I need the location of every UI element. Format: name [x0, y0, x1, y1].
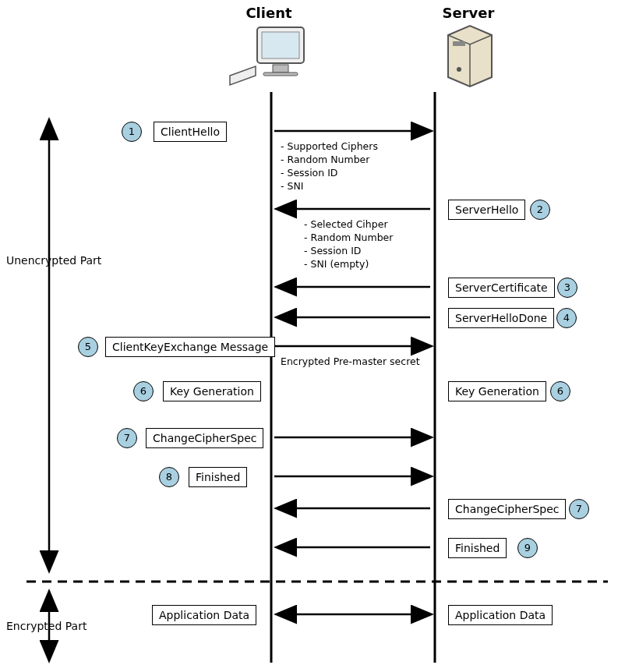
step-7-client-box: ChangeCipherSpec	[146, 428, 263, 448]
svg-rect-3	[263, 73, 298, 76]
step-9-label: Finished	[455, 542, 500, 554]
step-6-client-label: Key Generation	[170, 385, 254, 398]
step-7-server-number: 7	[569, 499, 589, 519]
step-9-box: Finished	[448, 538, 507, 558]
tls-handshake-diagram: Client Server	[0, 0, 625, 672]
step-5-details: Encrypted Pre-master secret	[281, 355, 420, 369]
client-computer-icon	[230, 27, 304, 85]
step-5-label: ClientKeyExchange Message	[112, 341, 268, 353]
unencrypted-part-label: Unencrypted Part	[6, 254, 101, 267]
step-6-server-number: 6	[550, 381, 570, 401]
step-1-number: 1	[122, 122, 142, 142]
step-3-label: ServerCertificate	[455, 281, 548, 294]
step-2-label: ServerHello	[455, 203, 518, 216]
step-8-label: Finished	[196, 471, 240, 483]
step-3-number: 3	[557, 278, 577, 298]
server-tower-icon	[448, 26, 492, 87]
encrypted-part-label: Encrypted Part	[6, 620, 87, 632]
svg-rect-0	[257, 27, 304, 63]
svg-rect-1	[262, 32, 299, 58]
step-1-label: ClientHello	[161, 126, 220, 138]
svg-rect-4	[453, 41, 465, 46]
step-4-label: ServerHelloDone	[455, 312, 547, 324]
step-2-details: - Selected Cihper - Random Number - Sess…	[304, 218, 393, 271]
app-data-server-box: Application Data	[448, 605, 553, 625]
app-data-client-box: Application Data	[152, 605, 256, 625]
step-7-client-label: ChangeCipherSpec	[153, 432, 256, 444]
svg-rect-2	[273, 65, 288, 73]
step-1-box: ClientHello	[154, 122, 227, 142]
diagram-overlay	[0, 0, 625, 672]
step-8-box: Finished	[189, 467, 247, 487]
step-8-number: 8	[159, 467, 179, 487]
step-4-box: ServerHelloDone	[448, 308, 554, 328]
step-4-number: 4	[556, 308, 577, 328]
client-header: Client	[238, 5, 300, 21]
step-6-server-box: Key Generation	[448, 381, 546, 401]
step-2-box: ServerHello	[448, 200, 525, 220]
step-1-details: - Supported Ciphers - Random Number - Se…	[281, 140, 378, 193]
step-5-box: ClientKeyExchange Message	[105, 337, 275, 357]
step-6-client-box: Key Generation	[163, 381, 261, 401]
app-data-server-label: Application Data	[455, 609, 546, 621]
svg-point-5	[457, 67, 461, 72]
step-7-server-box: ChangeCipherSpec	[448, 499, 566, 519]
step-7-server-label: ChangeCipherSpec	[455, 503, 559, 515]
step-6-client-number: 6	[133, 381, 154, 401]
step-9-number: 9	[517, 538, 538, 558]
server-header: Server	[437, 5, 500, 21]
step-3-box: ServerCertificate	[448, 278, 555, 298]
app-data-client-label: Application Data	[159, 609, 249, 621]
step-2-number: 2	[530, 200, 550, 220]
step-5-number: 5	[78, 337, 98, 357]
step-6-server-label: Key Generation	[455, 385, 539, 398]
step-7-client-number: 7	[117, 428, 137, 448]
